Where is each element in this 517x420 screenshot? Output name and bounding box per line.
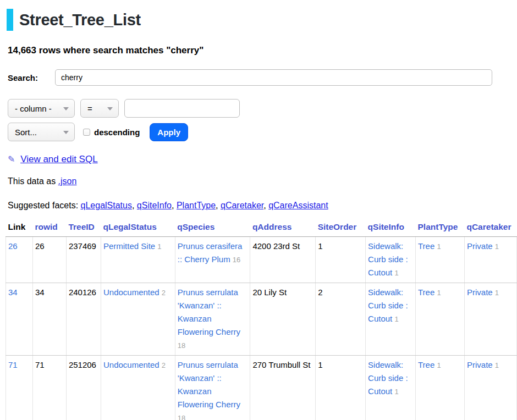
cell-link[interactable]: Prunus serrulata 'Kwanzan' :: Kwanzan Fl…	[178, 288, 240, 336]
chevron-down-icon	[63, 107, 69, 110]
cell-link[interactable]: Tree	[418, 360, 435, 369]
cell-link[interactable]: Private	[467, 241, 493, 251]
cell-Link: 71	[6, 356, 33, 420]
sort-form: Sort... descending Apply	[8, 123, 517, 141]
cell-link[interactable]: Tree	[418, 241, 435, 251]
cell-qLegalStatus: Permitted Site 1	[101, 237, 175, 283]
sort-select-value: Sort...	[15, 128, 37, 137]
cell-Link: 26	[6, 237, 33, 283]
table-header-row: LinkrowidTreeIDqLegalStatusqSpeciesqAddr…	[6, 220, 517, 237]
cell-PlantType: Tree 1	[415, 356, 464, 420]
facet-count: 1	[495, 289, 499, 297]
column-sort-link-qLegalStatus[interactable]: qLegalStatus	[103, 222, 156, 231]
cell-link[interactable]: Permitted Site	[103, 241, 155, 251]
search-input[interactable]	[55, 69, 492, 86]
cell-value: 1	[318, 241, 322, 251]
cell-TreeID: 251206	[66, 356, 101, 420]
facet-count: 1	[437, 289, 441, 297]
descending-checkbox[interactable]	[83, 129, 90, 136]
column-header-qAddress: qAddress	[250, 220, 316, 237]
cell-qAddress: 20 Lily St	[250, 283, 316, 356]
table-row: 3434240126Undocumented 2Prunus serrulata…	[6, 283, 517, 356]
facet-link-qSiteInfo[interactable]: qSiteInfo	[137, 201, 172, 210]
suggested-facets-row: Suggested facets: qLegalStatus, qSiteInf…	[8, 201, 517, 211]
column-sort-link-qSiteInfo[interactable]: qSiteInfo	[368, 222, 404, 231]
column-sort-link-SiteOrder[interactable]: SiteOrder	[318, 222, 357, 231]
json-export-link[interactable]: .json	[58, 176, 77, 186]
sort-select[interactable]: Sort...	[8, 123, 75, 141]
column-sort-link-PlantType[interactable]: PlantType	[417, 222, 458, 231]
cell-value: 4200 23rd St	[252, 241, 300, 251]
cell-link[interactable]: 26	[8, 241, 18, 251]
cell-PlantType: Tree 1	[415, 237, 464, 283]
facet-link-qCaretaker[interactable]: qCaretaker	[221, 201, 263, 210]
cell-SiteOrder: 1	[316, 356, 366, 420]
cell-TreeID: 237469	[66, 237, 101, 283]
cell-value: 2	[318, 288, 322, 297]
cell-link[interactable]: Tree	[418, 288, 435, 297]
cell-link[interactable]: 71	[8, 360, 18, 369]
page-title: Street_Tree_List	[7, 9, 517, 31]
cell-link[interactable]: Undocumented	[103, 288, 160, 297]
descending-label: descending	[94, 128, 140, 137]
cell-qSpecies: Prunus serrulata 'Kwanzan' :: Kwanzan Fl…	[175, 356, 250, 420]
cell-qCaretaker: Private 1	[464, 283, 516, 356]
column-sort-link-qCaretaker[interactable]: qCaretaker	[466, 222, 511, 231]
cell-value: 1	[318, 360, 322, 369]
table-row: 7171251206Undocumented 2Prunus serrulata…	[6, 356, 517, 420]
facet-count: 1	[157, 242, 161, 251]
cell-value: 251206	[69, 360, 96, 369]
cell-qSpecies: Prunus serrulata 'Kwanzan' :: Kwanzan Fl…	[175, 283, 250, 356]
facet-count: 1	[394, 388, 398, 396]
cell-qAddress: 4200 23rd St	[250, 237, 316, 283]
column-sort-link-rowid[interactable]: rowid	[35, 222, 57, 231]
cell-value: 270 Trumbull St	[252, 360, 310, 369]
data-export-row: This data as .json	[8, 176, 517, 186]
results-table: LinkrowidTreeIDqLegalStatusqSpeciesqAddr…	[6, 220, 517, 420]
apply-button[interactable]: Apply	[150, 123, 188, 141]
column-header-qLegalStatus: qLegalStatus	[101, 220, 175, 237]
cell-link[interactable]: Sidewalk: Curb side : Cutout	[368, 288, 408, 323]
operator-select[interactable]: =	[80, 99, 119, 118]
cell-value: 240126	[69, 288, 96, 297]
column-sort-link-qAddress[interactable]: qAddress	[252, 222, 292, 231]
facet-link-qCareAssistant[interactable]: qCareAssistant	[268, 201, 328, 210]
column-header-SiteOrder: SiteOrder	[316, 220, 366, 237]
cell-PlantType: Tree 1	[415, 283, 464, 356]
facet-separator: ,	[216, 201, 218, 210]
facet-link-qLegalStatus[interactable]: qLegalStatus	[81, 201, 132, 210]
filter-value-input[interactable]	[124, 99, 240, 118]
column-header-TreeID: TreeID	[66, 220, 101, 237]
facet-links: qLegalStatus, qSiteInfo, PlantType, qCar…	[81, 201, 328, 210]
facet-separator: ,	[172, 201, 174, 210]
facet-count: 2	[162, 361, 166, 369]
operator-select-value: =	[87, 104, 92, 113]
column-sort-link-qSpecies[interactable]: qSpecies	[177, 222, 215, 231]
cell-qSpecies: Prunus cerasifera :: Cherry Plum 16	[175, 237, 250, 283]
column-header-Link: Link	[6, 220, 33, 237]
cell-value: 71	[35, 360, 45, 369]
cell-rowid: 34	[32, 283, 66, 356]
cell-link[interactable]: Private	[467, 360, 493, 369]
cell-value: 20 Lily St	[252, 288, 287, 297]
cell-link[interactable]: Sidewalk: Curb side : Cutout	[368, 360, 408, 396]
facet-count: 1	[437, 242, 441, 251]
cell-TreeID: 240126	[66, 283, 101, 356]
cell-link[interactable]: Private	[467, 288, 493, 297]
cell-link[interactable]: Prunus serrulata 'Kwanzan' :: Kwanzan Fl…	[178, 360, 240, 409]
facet-count: 1	[394, 269, 398, 277]
facet-count: 1	[394, 315, 398, 323]
cell-rowid: 71	[32, 356, 66, 420]
cell-link[interactable]: Sidewalk: Curb side : Cutout	[368, 241, 408, 277]
column-select[interactable]: - column -	[8, 99, 75, 118]
column-header-qCaretaker: qCaretaker	[464, 220, 516, 237]
cell-link[interactable]: 34	[8, 288, 18, 297]
cell-SiteOrder: 1	[316, 237, 366, 283]
facet-separator: ,	[132, 201, 134, 210]
cell-link[interactable]: Undocumented	[103, 360, 160, 369]
cell-qCaretaker: Private 1	[464, 356, 516, 420]
facet-link-PlantType[interactable]: PlantType	[177, 201, 216, 210]
column-sort-link-TreeID[interactable]: TreeID	[68, 222, 94, 231]
view-edit-sql-link[interactable]: View and edit SQL	[20, 154, 98, 164]
row-count-summary: 14,663 rows where search matches "cherry…	[8, 45, 517, 56]
